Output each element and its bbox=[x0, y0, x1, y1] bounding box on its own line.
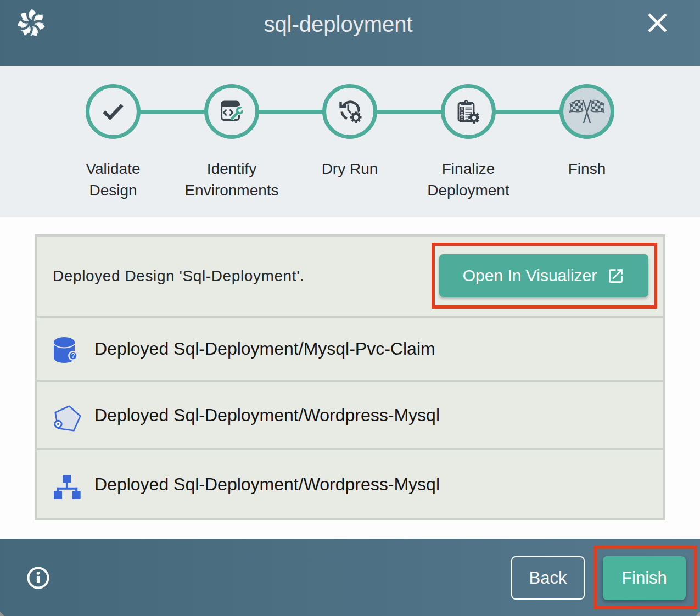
svg-text:?: ? bbox=[71, 352, 75, 360]
